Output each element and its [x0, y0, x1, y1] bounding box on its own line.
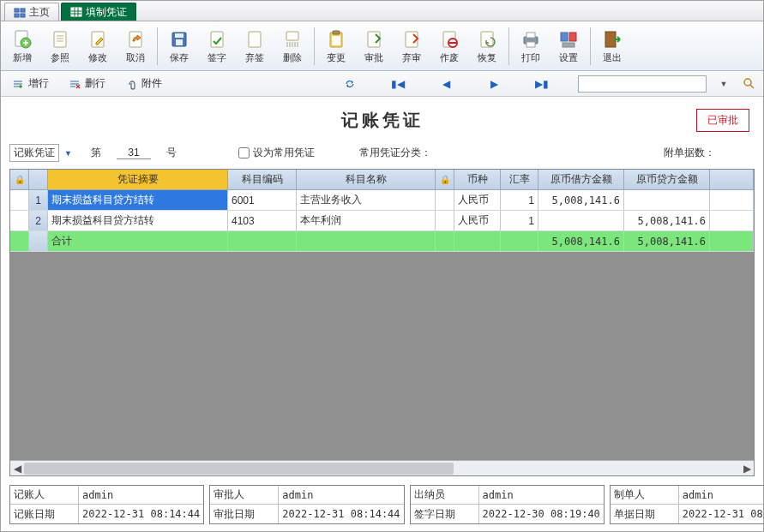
save-button[interactable]: 保存 [161, 27, 197, 66]
restore-button[interactable]: 恢复 [469, 27, 505, 66]
edit-button[interactable]: 修改 [80, 27, 116, 66]
unapprove-icon [400, 28, 423, 51]
svg-rect-21 [249, 32, 261, 47]
app-window: 主页 填制凭证 新增 参照 修改 取消 保存 签字 弃签 删除 变更 审批 弃审… [0, 0, 764, 532]
printer-icon [520, 28, 542, 51]
scroll-thumb[interactable] [24, 463, 454, 475]
svg-rect-41 [569, 33, 576, 41]
addline-button[interactable]: 增行 [6, 75, 54, 93]
delete-button[interactable]: 删除 [274, 27, 310, 66]
svg-rect-1 [21, 9, 25, 12]
voucher-title: 记账凭证 [341, 111, 424, 129]
addline-icon [11, 77, 25, 91]
exit-icon [601, 28, 623, 51]
settings-button[interactable]: 设置 [550, 27, 587, 66]
svg-rect-39 [526, 42, 535, 47]
grid-icon [70, 6, 82, 18]
delline-icon [68, 77, 81, 91]
set-common-checkbox[interactable]: 设为常用凭证 [238, 146, 315, 160]
nav-first-icon[interactable]: ▮◀ [389, 75, 406, 93]
col-credit[interactable]: 原币贷方金额 [624, 170, 710, 189]
tab-home-label: 主页 [29, 5, 50, 20]
info-block: 审批人admin 审批日期2022-12-31 08:14:44 [209, 485, 404, 524]
plus-circle-icon [11, 28, 33, 51]
rownum-col [29, 170, 48, 189]
search-input[interactable] [578, 75, 707, 93]
scroll-right-icon[interactable]: ▶ [740, 462, 754, 475]
col-debit[interactable]: 原币借方金额 [538, 170, 624, 189]
voucher-footer: 记账人admin 记账日期2022-12-31 08:14:44 审批人admi… [9, 485, 755, 524]
svg-rect-0 [15, 9, 19, 12]
tab-voucher-label: 填制凭证 [86, 5, 127, 20]
common-category-label: 常用凭证分类： [359, 146, 431, 160]
svg-point-50 [744, 79, 751, 86]
nav-next-icon[interactable]: ▶ [485, 75, 502, 93]
svg-rect-3 [21, 14, 25, 17]
toolbar-sep [508, 27, 509, 65]
main-toolbar: 新增 参照 修改 取消 保存 签字 弃签 删除 变更 审批 弃审 作废 恢复 打… [1, 21, 763, 71]
svg-line-51 [750, 85, 754, 88]
attach-count-label: 附单据数： [664, 146, 715, 160]
delline-button[interactable]: 删行 [63, 75, 111, 93]
refresh-icon[interactable] [341, 75, 358, 93]
tab-bar: 主页 填制凭证 [1, 1, 763, 21]
disk-icon [168, 28, 190, 51]
nav-last-icon[interactable]: ▶▮ [533, 75, 550, 93]
voucher-grid: 🔒 凭证摘要 科目编码 科目名称 🔒 币种 汇率 原币借方金额 原币贷方金额 1… [9, 169, 755, 476]
scroll-left-icon[interactable]: ◀ [10, 462, 24, 475]
approve-button[interactable]: 审批 [356, 27, 392, 66]
sign-button[interactable]: 签字 [199, 27, 235, 66]
svg-rect-2 [15, 14, 19, 17]
svg-rect-38 [526, 33, 535, 38]
col-code[interactable]: 科目编码 [228, 170, 297, 189]
content-area: 记账凭证 已审批 记账凭证 ▼ 第 31 号 设为常用凭证 常用凭证分类： 附单… [1, 97, 763, 529]
svg-rect-4 [71, 8, 81, 16]
lock-col-icon: 🔒 [10, 170, 29, 189]
nav-prev-icon[interactable]: ◀ [437, 75, 454, 93]
add-button[interactable]: 新增 [4, 27, 40, 66]
undo-page-icon [124, 28, 147, 51]
change-button[interactable]: 变更 [318, 27, 354, 66]
grid-row[interactable]: 1 期末损益科目贷方结转 6001 主营业务收入 人民币 1 5,008,141… [10, 190, 754, 211]
svg-rect-18 [175, 33, 183, 38]
voucher-type-select[interactable]: 记账凭证 [9, 144, 59, 162]
info-block: 记账人admin 记账日期2022-12-31 08:14:44 [9, 485, 204, 524]
voucher-number-input[interactable]: 31 [117, 146, 151, 159]
col-currency[interactable]: 币种 [454, 170, 501, 189]
grid-header: 🔒 凭证摘要 科目编码 科目名称 🔒 币种 汇率 原币借方金额 原币贷方金额 [10, 170, 754, 190]
print-button[interactable]: 打印 [513, 27, 549, 66]
unapprove-button[interactable]: 弃审 [394, 27, 430, 66]
grid-row[interactable]: 2 期末损益科目贷方结转 4103 本年利润 人民币 1 5,008,141.6 [10, 211, 754, 231]
clipboard-icon [325, 28, 347, 51]
col-summary[interactable]: 凭证摘要 [48, 170, 228, 189]
lock-col-icon: 🔒 [436, 170, 454, 189]
horizontal-scrollbar[interactable]: ◀ ▶ [10, 460, 754, 475]
exit-button[interactable]: 退出 [594, 27, 630, 66]
restore-icon [476, 28, 498, 51]
col-name[interactable]: 科目名称 [297, 170, 436, 189]
sub-toolbar: 增行 删行 附件 ▮◀ ◀ ▶ ▶▮ ▼ [1, 71, 763, 97]
ref-button[interactable]: 参照 [42, 27, 78, 66]
approve-icon [363, 28, 385, 51]
chevron-down-icon[interactable]: ▼ [64, 149, 72, 158]
paperclip-icon [124, 77, 138, 91]
svg-rect-42 [562, 43, 575, 47]
unsign-button[interactable]: 弃签 [237, 27, 273, 66]
svg-rect-11 [54, 32, 66, 47]
col-rate[interactable]: 汇率 [501, 170, 538, 189]
check-page-icon [206, 28, 228, 51]
svg-rect-20 [211, 32, 223, 47]
tab-voucher[interactable]: 填制凭证 [61, 3, 136, 21]
svg-rect-19 [176, 39, 183, 45]
void-button[interactable]: 作废 [431, 27, 467, 66]
attach-button[interactable]: 附件 [119, 75, 167, 93]
page-icon [49, 28, 71, 51]
search-go-icon[interactable] [741, 75, 758, 93]
search-drop-icon[interactable]: ▼ [715, 75, 732, 93]
tab-home[interactable]: 主页 [4, 3, 59, 21]
cancel-button[interactable]: 取消 [117, 27, 153, 66]
svg-rect-29 [333, 31, 340, 34]
approved-stamp: 已审批 [696, 109, 749, 132]
toolbar-sep [157, 27, 158, 65]
void-icon [438, 28, 460, 51]
